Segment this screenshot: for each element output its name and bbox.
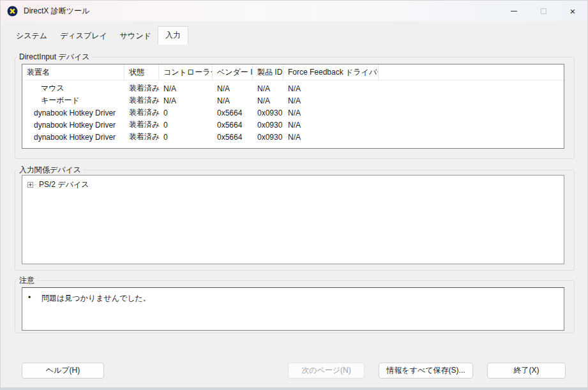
cell-name: マウス — [22, 83, 124, 94]
minimize-icon — [511, 11, 517, 11]
cell-product_id: N/A — [253, 84, 283, 93]
notes-group: 注意 •問題は見つかりませんでした。 — [15, 280, 575, 333]
note-item: •問題は見つかりませんでした。 — [22, 293, 564, 304]
directinput-group: DirectInput デバイス 装置名状態コントローラー IDベンダー ID製… — [15, 57, 575, 159]
device-row[interactable]: dynabook Hotkey Driver装着済み00x56640x0930N… — [22, 107, 564, 119]
cell-name: dynabook Hotkey Driver — [22, 109, 124, 117]
cell-vendor_id: 0x5664 — [213, 133, 253, 142]
device-table-body: マウス装着済みN/AN/AN/AN/Aキーボード装着済みN/AN/AN/AN/A… — [22, 80, 564, 143]
notes-box[interactable]: •問題は見つかりませんでした。 — [22, 287, 564, 331]
cell-vendor_id: 0x5664 — [213, 121, 253, 130]
cell-ff_driver: N/A — [283, 133, 379, 142]
cell-ff_driver: N/A — [283, 96, 379, 105]
cell-status: 装着済み — [124, 107, 159, 118]
device-row[interactable]: キーボード装着済みN/AN/AN/AN/A — [22, 94, 564, 107]
footer: ヘルプ(H)次のページ(N)情報をすべて保存(S)...終了(X) — [22, 363, 566, 379]
column-header[interactable]: コントローラー ID — [159, 64, 213, 80]
input-devices-group-label: 入力関係デバイス — [17, 165, 84, 175]
cell-controller_id: 0 — [159, 109, 213, 117]
cell-name: キーボード — [22, 95, 124, 106]
column-header[interactable]: 装置名 — [22, 64, 124, 80]
cell-status: 装着済み — [124, 83, 159, 94]
cell-controller_id: 0 — [159, 133, 213, 142]
tab-input[interactable]: 入力 — [158, 26, 188, 45]
cell-product_id: N/A — [253, 96, 283, 105]
input-devices-group: 入力関係デバイス PS/2 デバイス — [15, 170, 575, 271]
cell-vendor_id: N/A — [213, 84, 253, 93]
window-controls: × — [499, 1, 587, 21]
cell-status: 装着済み — [124, 131, 159, 142]
tab-sound[interactable]: サウンド — [114, 29, 158, 45]
device-row[interactable]: dynabook Hotkey Driver装着済み00x56640x0930N… — [22, 119, 564, 131]
cell-vendor_id: N/A — [213, 96, 253, 105]
note-text: 問題は見つかりませんでした。 — [41, 293, 151, 304]
next-button: 次のページ(N) — [288, 363, 365, 379]
cell-name: dynabook Hotkey Driver — [22, 133, 124, 142]
column-header[interactable]: Force Feedback ドライバー — [283, 64, 379, 80]
maximize-icon — [541, 8, 547, 14]
cell-vendor_id: 0x5664 — [213, 109, 253, 117]
tab-system[interactable]: システム — [10, 29, 54, 45]
cell-product_id: 0x0930 — [253, 109, 283, 117]
cell-controller_id: N/A — [159, 84, 213, 93]
cell-ff_driver: N/A — [283, 109, 379, 117]
cell-controller_id: N/A — [159, 96, 213, 105]
minimize-button[interactable] — [499, 1, 529, 21]
save-button[interactable]: 情報をすべて保存(S)... — [379, 363, 473, 379]
cell-product_id: 0x0930 — [253, 121, 283, 130]
cell-name: dynabook Hotkey Driver — [22, 121, 124, 130]
tree-node-label: PS/2 デバイス — [36, 179, 89, 190]
dxdiag-window: DirectX 診断ツール × システムディスプレイサウンド入力 DirectI… — [0, 0, 588, 390]
titlebar: DirectX 診断ツール × — [1, 1, 587, 21]
device-table[interactable]: 装置名状態コントローラー IDベンダー ID製品 IDForce Feedbac… — [22, 64, 564, 149]
column-header[interactable]: 状態 — [124, 64, 159, 80]
cell-status: 装着済み — [124, 95, 159, 106]
cell-status: 装着済み — [124, 119, 159, 130]
cell-product_id: 0x0930 — [253, 133, 283, 142]
quit-button[interactable]: 終了(X) — [487, 363, 566, 379]
device-row[interactable]: dynabook Hotkey Driver装着済み00x56640x0930N… — [22, 131, 564, 143]
directinput-group-label: DirectInput デバイス — [17, 52, 92, 62]
maximize-button — [529, 1, 558, 21]
expand-plus-icon[interactable] — [27, 182, 33, 188]
cell-controller_id: 0 — [159, 121, 213, 130]
bullet-icon: • — [22, 293, 41, 304]
close-button[interactable]: × — [558, 1, 587, 21]
cell-ff_driver: N/A — [283, 121, 379, 130]
window-title: DirectX 診断ツール — [24, 6, 89, 17]
column-header[interactable]: ベンダー ID — [213, 64, 253, 80]
tree-node[interactable]: PS/2 デバイス — [27, 179, 564, 190]
device-table-header: 装置名状態コントローラー IDベンダー ID製品 IDForce Feedbac… — [22, 64, 564, 80]
tab-display[interactable]: ディスプレイ — [54, 29, 114, 45]
tab-bar: システムディスプレイサウンド入力 — [10, 29, 587, 45]
help-button[interactable]: ヘルプ(H) — [22, 363, 104, 379]
cell-ff_driver: N/A — [283, 84, 379, 93]
close-icon: × — [570, 6, 576, 17]
directx-logo-icon — [7, 6, 18, 17]
column-header[interactable]: 製品 ID — [253, 64, 283, 80]
column-header-filler — [379, 64, 564, 80]
device-tree[interactable]: PS/2 デバイス — [22, 175, 564, 264]
device-row[interactable]: マウス装着済みN/AN/AN/AN/A — [22, 82, 564, 94]
notes-group-label: 注意 — [17, 276, 37, 285]
